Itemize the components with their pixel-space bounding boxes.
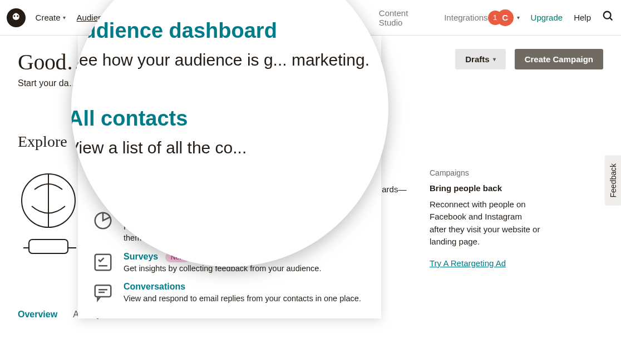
dropdown-title: Surveys [124,252,158,261]
nav-create[interactable]: Create▾ [36,13,66,22]
lens-item-desc: See how your audience is g... marketing. [71,48,369,73]
drafts-button[interactable]: Drafts▾ [455,49,505,69]
tab-overview[interactable]: Overview [18,310,57,320]
nav-content-studio[interactable]: Content Studio [379,8,433,27]
svg-rect-6 [29,240,68,253]
feedback-tab[interactable]: Feedback [605,156,621,205]
card-label: Campaigns [430,167,541,179]
lens-item-title: All contacts [71,106,247,131]
checklist-icon [92,252,114,273]
pie-icon [92,210,114,231]
lens-item-desc: View a list of all the co... [71,135,247,160]
lens-item-audience-dashboard[interactable]: Audience dashboard See how your audience… [71,19,388,73]
lens-item-all-contacts[interactable]: All contacts View a list of all the co..… [71,106,388,160]
card-body: Reconnect with people on Facebook and In… [430,198,541,248]
svg-line-4 [610,18,613,21]
mailchimp-logo[interactable] [7,8,26,27]
dropdown-desc: View and respond to email replies from y… [124,293,361,304]
help-link[interactable]: Help [574,13,591,22]
dropdown-title: Conversations [124,282,361,292]
card-title: Bring people back [430,182,541,195]
nav-integrations[interactable]: Integrations [444,13,487,22]
chat-icon [92,282,114,303]
svg-rect-9 [95,285,111,297]
dropdown-item-conversations[interactable]: Conversations View and respond to email … [92,282,367,304]
search-icon[interactable] [602,10,614,25]
chevron-down-icon: ▾ [493,56,496,62]
svg-point-1 [14,15,16,17]
svg-point-2 [17,15,18,17]
lens-item-title: Audience dashboard [71,19,369,43]
card-retarget: Campaigns Bring people back Reconnect wi… [430,167,541,278]
svg-rect-8 [95,254,111,270]
svg-point-3 [604,12,611,19]
avatar: C [497,9,514,26]
notification-avatar[interactable]: 1 C [488,9,514,26]
chevron-down-icon[interactable]: ▾ [517,14,520,21]
create-campaign-button[interactable]: Create Campaign [515,49,603,69]
upgrade-link[interactable]: Upgrade [531,13,563,22]
illustration [18,167,85,278]
card-link-retarget[interactable]: Try A Retargeting Ad [430,257,506,270]
chevron-down-icon: ▾ [63,14,66,21]
